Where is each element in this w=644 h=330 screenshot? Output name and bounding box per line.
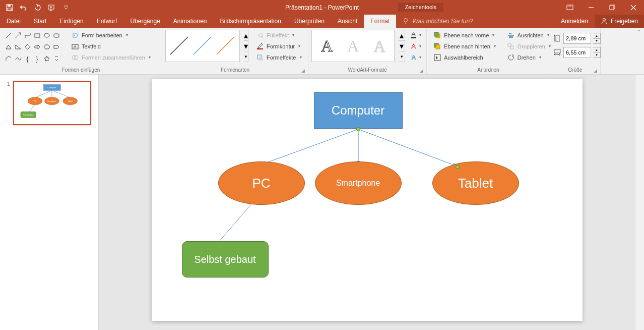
wa-gallery-down[interactable]: ▾ — [399, 41, 405, 51]
shape-star-icon[interactable] — [42, 54, 51, 63]
tab-ansicht[interactable]: Ansicht — [331, 15, 364, 28]
minimize-button[interactable] — [581, 0, 602, 15]
align-button[interactable]: Ausrichten — [503, 30, 554, 40]
svg-point-12 — [404, 19, 408, 22]
qat-customize-button[interactable] — [59, 2, 73, 14]
share-icon — [601, 18, 608, 25]
shape-tablet[interactable]: Tablet — [432, 161, 519, 205]
connector-handle-start[interactable] — [356, 127, 360, 131]
shape-line-icon[interactable] — [4, 31, 13, 39]
dialog-launcher-wordart[interactable]: ◢ — [420, 68, 423, 73]
shape-connector-icon[interactable] — [23, 31, 32, 39]
svg-point-14 — [603, 19, 605, 21]
slide-thumbnail-1[interactable]: Computer PC Smartphone Tablet Selbst geb… — [13, 81, 91, 125]
shape-roundrect-icon[interactable] — [52, 31, 60, 39]
shape-gallery[interactable]: { } — [3, 30, 63, 66]
shape-rbrace-icon[interactable]: } — [33, 54, 41, 63]
svg-text:Tablet: Tablet — [68, 100, 73, 102]
workspace: 1 Computer PC Smartphone Tablet Sel — [0, 75, 644, 330]
wordart-style-3[interactable]: A — [366, 33, 392, 59]
merge-shapes-icon — [71, 53, 79, 62]
line-style-orange[interactable] — [214, 34, 237, 58]
tab-einfuegen[interactable]: Einfügen — [53, 15, 90, 28]
tab-uebergaenge[interactable]: Übergänge — [123, 15, 166, 28]
redo-button[interactable] — [31, 2, 44, 14]
shape-curve-icon[interactable] — [14, 54, 22, 63]
shape-outline-button[interactable]: Formkontur — [252, 41, 305, 51]
start-from-beginning-button[interactable] — [45, 2, 58, 14]
tab-animationen[interactable]: Animationen — [167, 15, 214, 28]
fill-effect-button: Fülleffekt — [252, 30, 305, 40]
selection-pane-button[interactable]: Auswahlbereich — [430, 52, 499, 63]
ribbon-display-options-button[interactable] — [559, 0, 581, 15]
wordart-style-2[interactable]: A — [341, 33, 366, 59]
close-button[interactable] — [623, 0, 644, 15]
tab-bildschirmpraesentation[interactable]: Bildschirmpräsentation — [214, 15, 288, 28]
gallery-down-button[interactable]: ▾ — [244, 41, 248, 51]
shape-arrowblock-icon[interactable] — [33, 42, 41, 51]
width-input[interactable]: 6,55 cm — [563, 47, 591, 58]
shape-ellipse-icon[interactable] — [42, 31, 51, 39]
text-fill-button[interactable]: A — [409, 30, 423, 40]
shape-pentagon-icon[interactable] — [52, 42, 60, 51]
rotate-button[interactable]: Drehen — [503, 52, 554, 63]
shape-computer[interactable]: Computer — [314, 92, 403, 129]
wa-gallery-more[interactable]: ▼ — [399, 51, 405, 62]
text-effects-button[interactable]: A — [409, 52, 423, 63]
connector-handle-end[interactable] — [456, 165, 460, 169]
tab-entwurf[interactable]: Entwurf — [90, 15, 124, 28]
slide[interactable]: Computer PC Smartphone Tablet Selbst geb… — [152, 79, 583, 321]
undo-button[interactable] — [17, 2, 30, 14]
svg-rect-30 — [257, 48, 263, 49]
height-spinner[interactable]: ▲▼ — [593, 33, 601, 44]
tell-me-search[interactable]: Was möchten Sie tun? — [402, 15, 473, 28]
wa-gallery-up[interactable]: ▴ — [399, 30, 405, 41]
tab-ueberpruefen[interactable]: Überprüfen — [288, 15, 331, 28]
tab-start[interactable]: Start — [27, 15, 53, 28]
width-spinner[interactable]: ▲▼ — [593, 47, 601, 58]
maximize-button[interactable] — [602, 0, 623, 15]
svg-line-16 — [16, 33, 20, 38]
slide-canvas-area[interactable]: Computer PC Smartphone Tablet Selbst geb… — [99, 75, 635, 330]
shape-style-gallery[interactable] — [165, 30, 240, 62]
edit-shape-button[interactable]: Form bearbeiten — [68, 30, 154, 40]
collapse-ribbon-button[interactable]: ˆ — [638, 30, 640, 37]
shape-pc[interactable]: PC — [218, 161, 305, 205]
shape-hex-icon[interactable] — [42, 42, 51, 51]
shape-smartphone[interactable]: Smartphone — [315, 161, 402, 205]
rotate-icon — [507, 53, 515, 62]
send-backward-button[interactable]: Ebene nach hinten — [430, 41, 499, 51]
svg-text:Selbst gebaut: Selbst gebaut — [23, 114, 33, 116]
height-input[interactable]: 2,89 cm — [563, 33, 591, 44]
vertical-scrollbar[interactable] — [635, 75, 644, 330]
svg-text:PC: PC — [34, 100, 37, 102]
shape-triangle-icon[interactable] — [4, 42, 13, 51]
share-button[interactable]: Freigeben — [595, 15, 644, 28]
shape-diamond-icon[interactable] — [23, 42, 32, 51]
dialog-launcher-formenarten[interactable]: ◢ — [301, 68, 305, 73]
line-style-black[interactable] — [168, 34, 191, 58]
shape-arrow-icon[interactable] — [14, 31, 22, 39]
dialog-launcher-groesse[interactable]: ◢ — [594, 68, 597, 73]
svg-rect-2 — [8, 8, 12, 10]
shape-selbst-gebaut[interactable]: Selbst gebaut — [182, 241, 269, 278]
gallery-up-button[interactable]: ▴ — [244, 30, 248, 41]
svg-line-26 — [170, 37, 188, 54]
shape-rect-icon[interactable] — [33, 31, 41, 39]
wordart-style-1[interactable]: A — [314, 33, 340, 59]
tab-format[interactable]: Format — [364, 15, 396, 28]
text-outline-button[interactable]: A — [409, 41, 423, 51]
sign-in-button[interactable]: Anmelden — [554, 15, 595, 28]
save-button[interactable] — [3, 2, 16, 14]
shape-more-icon[interactable] — [52, 54, 60, 63]
wordart-gallery[interactable]: A A A — [311, 30, 395, 62]
textbox-button[interactable]: A Textfeld — [68, 41, 154, 51]
shape-arc-icon[interactable] — [4, 54, 13, 63]
tab-datei[interactable]: Datei — [0, 15, 27, 28]
gallery-more-button[interactable]: ▼ — [244, 51, 248, 62]
bring-forward-button[interactable]: Ebene nach vorne — [430, 30, 499, 40]
line-style-blue[interactable] — [191, 34, 214, 58]
shape-effects-button[interactable]: Formeffekte — [252, 52, 305, 63]
shape-rtriangle-icon[interactable] — [14, 42, 22, 51]
shape-lbrace-icon[interactable]: { — [23, 54, 32, 63]
